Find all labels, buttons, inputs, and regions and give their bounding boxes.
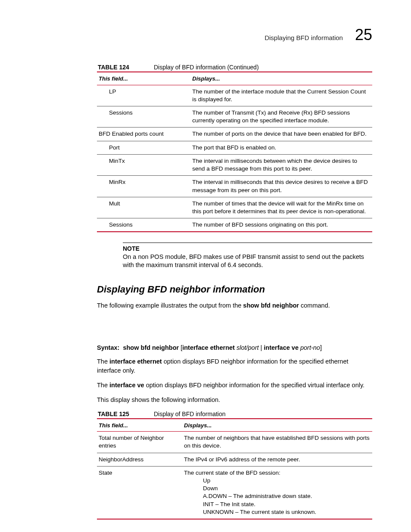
- field-cell: NeighborAddress: [97, 453, 182, 466]
- table-row: State The current state of the BFD sessi…: [97, 466, 372, 519]
- table-row: MinTx The interval in milliseconds betwe…: [97, 154, 372, 175]
- state-intro: The current state of the BFD session:: [184, 470, 280, 476]
- field-cell: BFD Enabled ports count: [97, 128, 190, 141]
- syntax-sep: |: [259, 344, 264, 351]
- state-item: UNKNOWN – The current state is unknown.: [184, 508, 371, 516]
- table-row: MinRx The interval in milliseconds that …: [97, 176, 372, 197]
- col-header-displays: Displays...: [190, 72, 372, 85]
- desc-cell: The current state of the BFD session: Up…: [182, 466, 372, 519]
- desc-cell: The IPv4 or IPv6 address of the remote p…: [182, 453, 372, 466]
- pv-post: option displays BFD neighbor information…: [144, 382, 365, 389]
- table125-caption: TABLE 125 Display of BFD information: [97, 411, 372, 417]
- section-heading: Displaying BFD neighbor information: [97, 284, 372, 295]
- intro-cmd: show bfd neighbor: [243, 302, 299, 309]
- note-label: NOTE: [123, 245, 372, 252]
- syntax-iface-eth: interface ethernet: [182, 344, 235, 351]
- table124: This field... Displays... LP The number …: [97, 72, 372, 232]
- note-body: On a non POS module, BFD makes use of PB…: [123, 253, 372, 269]
- state-item: A.DOWN – The administrative down state.: [184, 492, 371, 500]
- field-cell: MinTx: [97, 154, 190, 175]
- pv-pre: The: [97, 382, 109, 389]
- document-page: Displaying BFD information 25 TABLE 124 …: [0, 0, 411, 532]
- syntax-cmd1: show bfd neighbor: [123, 344, 179, 351]
- chapter-number: 25: [355, 26, 372, 44]
- pe-bold: interface ethernet: [109, 358, 162, 365]
- table-row: Mult The number of times that the device…: [97, 197, 372, 218]
- table-row: Sessions The number of BFD sessions orig…: [97, 218, 372, 232]
- state-item: Down: [184, 485, 371, 492]
- state-item: INIT – The Init state.: [184, 501, 371, 508]
- syntax-iface-ve: interface ve: [264, 344, 299, 351]
- col-header-field: This field...: [97, 72, 190, 85]
- intro-pre: The following example illustrates the ou…: [97, 302, 243, 309]
- state-item: Up: [184, 477, 371, 485]
- desc-cell: The number of neighbors that have establ…: [182, 432, 372, 453]
- syntax-label: Syntax:: [97, 344, 119, 351]
- field-cell: Sessions: [97, 218, 190, 232]
- desc-cell: The number of times that the device will…: [190, 197, 372, 218]
- field-cell: State: [97, 466, 182, 519]
- field-cell: MinRx: [97, 176, 190, 197]
- table-title: Display of BFD information: [154, 411, 226, 417]
- desc-cell: The interval in milliseconds between whi…: [190, 154, 372, 175]
- pe-pre: The: [97, 358, 109, 365]
- table-row: NeighborAddress The IPv4 or IPv6 address…: [97, 453, 372, 466]
- pv-bold: interface ve: [109, 382, 144, 389]
- table-row: Total number of Neighbor entries The num…: [97, 432, 372, 453]
- field-cell: Sessions: [97, 106, 190, 127]
- para-ve: The interface ve option displays BFD nei…: [97, 381, 372, 389]
- table125: This field... Displays... Total number o…: [97, 418, 372, 520]
- syntax-line: Syntax: show bfd neighbor [interface eth…: [97, 344, 372, 351]
- col-header-displays: Displays...: [182, 419, 372, 432]
- para-ethernet: The interface ethernet option displays B…: [97, 357, 372, 375]
- field-cell: Port: [97, 141, 190, 154]
- para-display: This display shows the following informa…: [97, 395, 372, 404]
- table-row: Port The port that BFD is enabled on.: [97, 141, 372, 154]
- table-title: Display of BFD information (Continued): [154, 64, 259, 71]
- desc-cell: The port that BFD is enabled on.: [190, 141, 372, 154]
- desc-cell: The number of Transmit (Tx) and Receive …: [190, 106, 372, 127]
- syntax-var2: port-no: [300, 344, 320, 351]
- table124-caption: TABLE 124 Display of BFD information (Co…: [97, 64, 372, 71]
- intro-paragraph: The following example illustrates the ou…: [97, 301, 372, 310]
- table-label: TABLE 124: [98, 64, 154, 71]
- table-label: TABLE 125: [98, 411, 154, 417]
- field-cell: Mult: [97, 197, 190, 218]
- table-row: Sessions The number of Transmit (Tx) and…: [97, 106, 372, 127]
- intro-post: command.: [299, 302, 330, 309]
- desc-cell: The number of ports on the device that h…: [190, 128, 372, 141]
- col-header-field: This field...: [97, 419, 182, 432]
- syntax-var1: slot/port: [237, 344, 259, 351]
- note-block: NOTE On a non POS module, BFD makes use …: [123, 243, 372, 269]
- field-cell: LP: [97, 85, 190, 106]
- page-header: Displaying BFD information 25: [97, 26, 372, 44]
- running-title: Displaying BFD information: [265, 34, 343, 41]
- table-row: BFD Enabled ports count The number of po…: [97, 128, 372, 141]
- desc-cell: The interval in milliseconds that this d…: [190, 176, 372, 197]
- desc-cell: The number of the interface module that …: [190, 85, 372, 106]
- field-cell: Total number of Neighbor entries: [97, 432, 182, 453]
- desc-cell: The number of BFD sessions originating o…: [190, 218, 372, 232]
- syntax-bracket-close: ]: [320, 344, 322, 351]
- table-row: LP The number of the interface module th…: [97, 85, 372, 106]
